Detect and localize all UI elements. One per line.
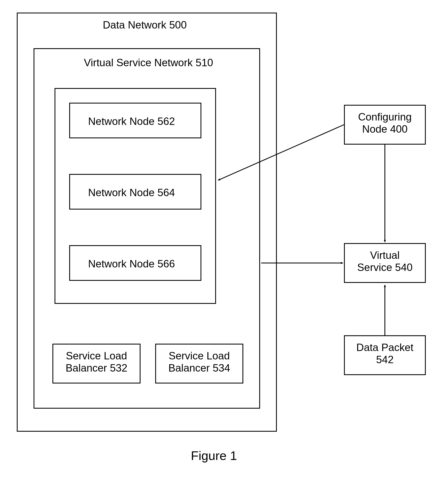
data-network-title: Data Network 500: [103, 19, 187, 31]
configuring-node-label: Configuring Node 400: [344, 111, 426, 135]
data-packet-line2: 542: [376, 354, 393, 365]
virtual-service-line1: Virtual: [370, 249, 400, 261]
slb-532-line2: Balancer 532: [66, 362, 128, 374]
slb-534-line2: Balancer 534: [168, 362, 230, 374]
network-node-566-label: Network Node 566: [88, 258, 175, 270]
virtual-service-label: Virtual Service 540: [344, 249, 426, 273]
slb-534-line1: Service Load: [169, 350, 230, 362]
virtual-service-line2: Service 540: [357, 262, 413, 273]
slb-532-line1: Service Load: [66, 350, 127, 362]
network-node-564-label: Network Node 564: [88, 187, 175, 199]
figure-caption: Figure 1: [191, 448, 237, 463]
data-packet-line1: Data Packet: [356, 342, 413, 353]
network-node-562-label: Network Node 562: [88, 115, 175, 127]
configuring-node-line2: Node 400: [362, 123, 408, 135]
service-load-balancer-532-label: Service Load Balancer 532: [52, 350, 141, 374]
service-load-balancer-534-label: Service Load Balancer 534: [155, 350, 243, 374]
data-packet-label: Data Packet 542: [344, 342, 426, 366]
virtual-service-network-title: Virtual Service Network 510: [84, 57, 213, 69]
diagram-canvas: Data Network 500 Virtual Service Network…: [0, 0, 448, 478]
configuring-node-line1: Configuring: [358, 111, 412, 123]
